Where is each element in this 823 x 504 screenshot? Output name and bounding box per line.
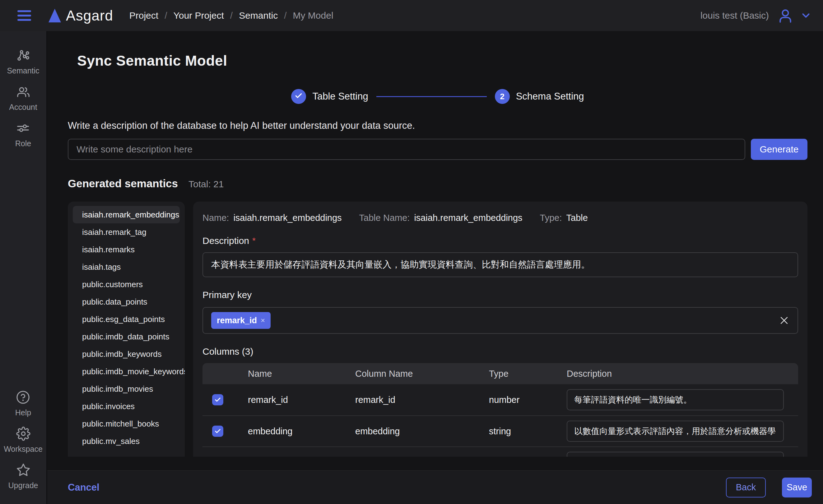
menu-hamburger-icon[interactable] [17, 10, 31, 21]
left-sidebar: Semantic Account Role Help Workspace [0, 31, 47, 504]
total-count-label: Total: 21 [188, 179, 224, 189]
columns-table-header: Name Column Name Type Description [202, 363, 798, 384]
list-item[interactable]: public.invoices [73, 397, 180, 415]
cell-name: remark_id [243, 395, 350, 405]
breadcrumb-separator: / [284, 10, 287, 21]
step-2-label: Schema Setting [516, 91, 584, 102]
sidebar-item-account[interactable]: Account [9, 85, 37, 112]
table-detail-panel: Name: isaiah.remark_embeddings Table Nam… [193, 202, 807, 457]
list-item[interactable]: public.esg_data_points [73, 311, 180, 328]
column-header-column-name: Column Name [350, 369, 484, 379]
breadcrumb-project[interactable]: Project [129, 10, 158, 21]
required-asterisk: * [252, 236, 256, 246]
table-row: created_at created_at time 評語資料建立或儲存於資料庫… [202, 447, 798, 457]
list-item[interactable]: isaiah.remark_embeddings [73, 206, 180, 223]
cell-description-input[interactable]: 以數值向量形式表示評語內容，用於語意分析或機器學 [567, 421, 784, 442]
list-item[interactable]: public.customers [73, 276, 180, 293]
description-field-label: Description [202, 235, 249, 246]
list-item[interactable]: isaiah.remarks [73, 241, 180, 258]
user-plan-label: louis test (Basic) [700, 10, 769, 21]
main-area: Sync Semantic Model Table Setting 2 Sche… [47, 31, 823, 504]
user-avatar-icon[interactable] [778, 8, 793, 23]
top-header: Asgard Project / Your Project / Semantic… [0, 0, 823, 31]
list-item[interactable]: public.imdb_movie_keywords [73, 363, 180, 380]
sidebar-item-label: Semantic [7, 66, 39, 75]
semantic-graph-icon [16, 48, 30, 62]
page-title: Sync Semantic Model [77, 52, 807, 69]
type-value: Table [566, 213, 588, 223]
sidebar-item-help[interactable]: Help [15, 390, 31, 417]
bottom-action-bar: Cancel Back Save [47, 470, 823, 504]
primary-key-select[interactable]: remark_id × [202, 307, 798, 334]
sidebar-item-workspace[interactable]: Workspace [4, 427, 43, 454]
type-label: Type: [540, 213, 562, 223]
breadcrumb-separator: / [165, 10, 167, 21]
step-2-number: 2 [500, 92, 504, 102]
table-name-value: isaiah.remark_embeddings [414, 213, 522, 223]
cell-type: number [484, 395, 562, 405]
check-icon [295, 92, 303, 101]
logo-triangle-icon [48, 9, 61, 22]
list-item[interactable]: public.mitchell_books [73, 415, 180, 433]
sidebar-item-role[interactable]: Role [15, 121, 31, 148]
row-checkbox-checked[interactable] [212, 426, 223, 437]
step-2-circle[interactable]: 2 [495, 89, 510, 104]
chevron-down-icon[interactable] [800, 10, 812, 21]
stepper-connector-line [376, 96, 487, 97]
logo-text: Asgard [66, 7, 113, 24]
columns-table: Name Column Name Type Description [202, 363, 798, 457]
step-1-label: Table Setting [312, 91, 368, 102]
breadcrumb-my-model: My Model [293, 10, 333, 21]
account-people-icon [16, 85, 30, 99]
app-logo[interactable]: Asgard [48, 7, 113, 24]
list-item[interactable]: public.imdb_data_points [73, 328, 180, 345]
primary-key-chip: remark_id × [211, 312, 271, 329]
role-sliders-icon [16, 121, 30, 135]
sidebar-item-semantic[interactable]: Semantic [7, 48, 39, 75]
generate-button[interactable]: Generate [751, 139, 807, 160]
list-item[interactable]: public.mv_sales [73, 433, 180, 450]
table-description-textarea[interactable]: 本資料表主要用於儲存評語資料及其向量嵌入，協助實現資料查詢、比對和自然語言處理應… [202, 252, 798, 277]
breadcrumb-separator: / [230, 10, 233, 21]
breadcrumb: Project / Your Project / Semantic / My M… [129, 10, 333, 21]
name-label: Name: [202, 213, 229, 223]
list-item[interactable]: isaiah.remark_tag [73, 223, 180, 241]
row-checkbox-checked[interactable] [212, 394, 223, 405]
cancel-button[interactable]: Cancel [68, 482, 100, 493]
stepper: Table Setting 2 Schema Setting [68, 89, 807, 104]
columns-count-label: Columns (3) [202, 346, 253, 357]
cell-column-name: remark_id [350, 395, 484, 405]
back-button[interactable]: Back [726, 478, 766, 497]
sidebar-item-upgrade[interactable]: Upgrade [8, 463, 38, 490]
cell-description-input[interactable]: 每筆評語資料的唯一識別編號。 [567, 389, 784, 410]
name-value: isaiah.remark_embeddings [233, 213, 341, 223]
breadcrumb-semantic[interactable]: Semantic [239, 10, 278, 21]
list-item[interactable]: public.data_points [73, 293, 180, 311]
semantic-table-list: isaiah.remark_embeddings isaiah.remark_t… [68, 202, 185, 457]
column-header-name: Name [243, 369, 350, 379]
table-row: remark_id remark_id number 每筆評語資料的唯一識別編號… [202, 384, 798, 415]
sidebar-item-label: Role [15, 139, 31, 148]
list-item[interactable]: public.imdb_movies [73, 380, 180, 397]
breadcrumb-your-project[interactable]: Your Project [173, 10, 224, 21]
step-1-done-circle[interactable] [291, 89, 306, 104]
sidebar-item-label: Account [9, 103, 37, 112]
sidebar-item-label: Help [15, 408, 31, 417]
cell-column-name: embedding [350, 426, 484, 437]
help-circle-icon [16, 390, 30, 404]
table-name-label: Table Name: [359, 213, 410, 223]
database-description-input[interactable] [68, 139, 745, 160]
generated-semantics-title: Generated semantics [68, 177, 178, 190]
primary-key-label: Primary key [202, 290, 252, 300]
list-item[interactable]: isaiah.tags [73, 258, 180, 276]
column-header-description: Description [562, 369, 798, 379]
list-item[interactable]: public.imdb_keywords [73, 345, 180, 363]
sidebar-item-label: Workspace [4, 445, 43, 454]
clear-primary-key-icon[interactable] [779, 315, 789, 326]
primary-key-chip-label: remark_id [217, 316, 257, 325]
chip-remove-icon[interactable]: × [261, 316, 265, 325]
sidebar-item-label: Upgrade [8, 481, 38, 490]
cell-description-input[interactable]: 評語資料建立或儲存於資料庫的時間。 [567, 452, 784, 457]
upgrade-star-icon [16, 463, 30, 477]
save-button[interactable]: Save [782, 478, 812, 497]
